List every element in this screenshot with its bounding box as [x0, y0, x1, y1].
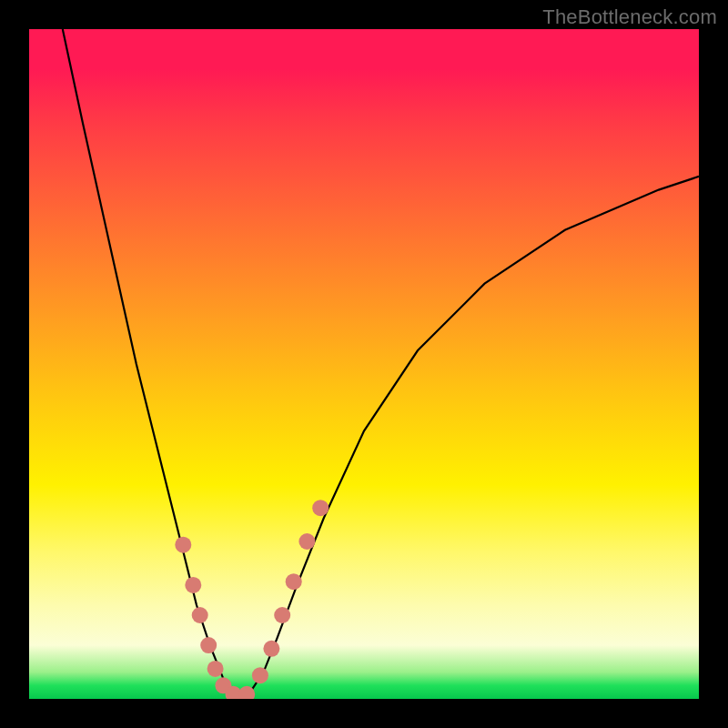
- series-left-curve: [63, 29, 237, 699]
- marker-dot: [175, 537, 191, 553]
- marker-dot: [286, 573, 302, 590]
- marker-dot: [263, 641, 279, 657]
- marker-dot: [192, 607, 208, 623]
- marker-dot: [185, 577, 201, 593]
- marker-dot: [207, 661, 224, 677]
- marker-dot: [312, 500, 329, 516]
- watermark-text: TheBottleneck.com: [542, 5, 717, 29]
- chart-frame: TheBottleneck.com: [0, 0, 728, 728]
- marker-dot: [252, 667, 268, 683]
- marker-dots: [175, 500, 329, 699]
- marker-dot: [274, 607, 290, 623]
- marker-dot: [200, 637, 217, 653]
- series-right-curve: [237, 177, 699, 699]
- chart-plot-area: [29, 29, 699, 699]
- marker-dot: [298, 533, 315, 550]
- chart-svg: [29, 29, 699, 699]
- curve-lines: [63, 29, 699, 699]
